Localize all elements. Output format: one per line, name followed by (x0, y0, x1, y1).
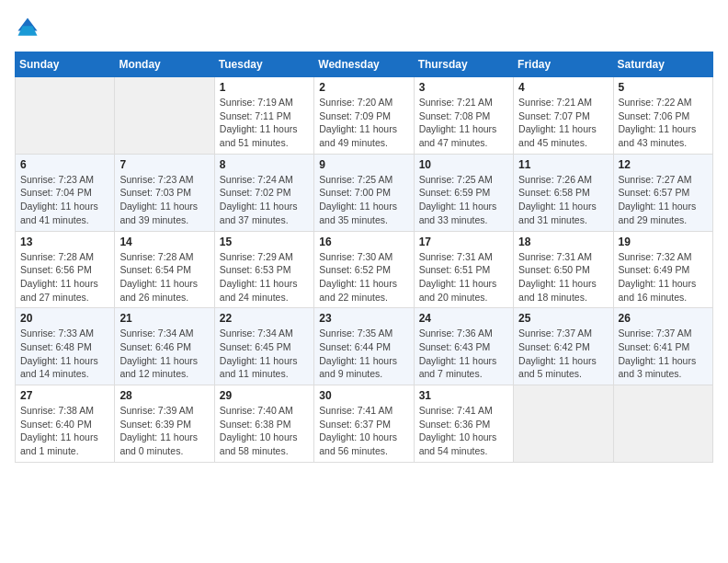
day-number: 27 (20, 389, 109, 402)
day-info: Sunrise: 7:28 AMSunset: 6:54 PMDaylight:… (119, 250, 209, 304)
day-info: Sunrise: 7:23 AMSunset: 7:03 PMDaylight:… (119, 173, 209, 227)
calendar-cell: 21Sunrise: 7:34 AMSunset: 6:46 PMDayligh… (115, 308, 214, 385)
day-number: 28 (119, 389, 209, 402)
day-info: Sunrise: 7:26 AMSunset: 6:58 PMDaylight:… (518, 173, 608, 227)
day-number: 9 (319, 158, 408, 171)
calendar-cell: 23Sunrise: 7:35 AMSunset: 6:44 PMDayligh… (314, 308, 414, 385)
day-info: Sunrise: 7:32 AMSunset: 6:49 PMDaylight:… (619, 250, 708, 304)
calendar-cell: 18Sunrise: 7:31 AMSunset: 6:50 PMDayligh… (514, 231, 613, 308)
day-number: 16 (319, 236, 408, 248)
calendar-cell: 24Sunrise: 7:36 AMSunset: 6:43 PMDayligh… (414, 308, 513, 385)
day-info: Sunrise: 7:20 AMSunset: 7:09 PMDaylight:… (319, 96, 408, 150)
day-info: Sunrise: 7:37 AMSunset: 6:41 PMDaylight:… (619, 327, 708, 381)
calendar-cell: 15Sunrise: 7:29 AMSunset: 6:53 PMDayligh… (214, 231, 313, 308)
day-number: 18 (518, 236, 608, 248)
day-info: Sunrise: 7:34 AMSunset: 6:45 PMDaylight:… (220, 327, 309, 381)
day-info: Sunrise: 7:38 AMSunset: 6:40 PMDaylight:… (20, 404, 109, 458)
calendar-cell: 3Sunrise: 7:21 AMSunset: 7:08 PMDaylight… (414, 77, 513, 155)
calendar-cell (514, 385, 613, 463)
calendar-week-1: 1Sunrise: 7:19 AMSunset: 7:11 PMDaylight… (16, 77, 713, 155)
calendar-table: SundayMondayTuesdayWednesdayThursdayFrid… (15, 52, 713, 463)
day-info: Sunrise: 7:30 AMSunset: 6:52 PMDaylight:… (319, 250, 408, 304)
day-number: 31 (419, 389, 508, 402)
col-header-monday: Monday (115, 52, 214, 77)
calendar-cell: 19Sunrise: 7:32 AMSunset: 6:49 PMDayligh… (613, 231, 712, 308)
day-number: 1 (220, 81, 309, 94)
day-number: 20 (20, 312, 109, 325)
day-info: Sunrise: 7:25 AMSunset: 6:59 PMDaylight:… (419, 173, 508, 227)
calendar-week-4: 20Sunrise: 7:33 AMSunset: 6:48 PMDayligh… (16, 308, 713, 385)
day-number: 21 (119, 312, 209, 325)
calendar-week-5: 27Sunrise: 7:38 AMSunset: 6:40 PMDayligh… (16, 385, 713, 463)
day-number: 24 (419, 312, 508, 325)
day-number: 8 (220, 158, 309, 171)
day-info: Sunrise: 7:37 AMSunset: 6:42 PMDaylight:… (518, 327, 608, 381)
calendar-cell: 31Sunrise: 7:41 AMSunset: 6:36 PMDayligh… (414, 385, 513, 463)
day-info: Sunrise: 7:21 AMSunset: 7:07 PMDaylight:… (518, 96, 608, 150)
day-number: 11 (518, 158, 608, 171)
calendar-cell: 14Sunrise: 7:28 AMSunset: 6:54 PMDayligh… (115, 231, 214, 308)
calendar-week-2: 6Sunrise: 7:23 AMSunset: 7:04 PMDaylight… (16, 154, 713, 231)
col-header-saturday: Saturday (613, 52, 712, 77)
day-number: 19 (619, 236, 708, 248)
day-info: Sunrise: 7:34 AMSunset: 6:46 PMDaylight:… (119, 327, 209, 381)
day-number: 13 (20, 236, 109, 248)
logo (15, 15, 44, 40)
col-header-friday: Friday (514, 52, 613, 77)
calendar-cell: 8Sunrise: 7:24 AMSunset: 7:02 PMDaylight… (214, 154, 313, 231)
day-number: 26 (619, 312, 708, 325)
day-number: 15 (220, 236, 309, 248)
day-number: 30 (319, 389, 408, 402)
day-number: 10 (419, 158, 508, 171)
calendar-cell: 1Sunrise: 7:19 AMSunset: 7:11 PMDaylight… (214, 77, 313, 155)
calendar-cell (115, 77, 214, 155)
calendar-cell: 2Sunrise: 7:20 AMSunset: 7:09 PMDaylight… (314, 77, 414, 155)
calendar-cell: 17Sunrise: 7:31 AMSunset: 6:51 PMDayligh… (414, 231, 513, 308)
day-number: 5 (619, 81, 708, 94)
day-info: Sunrise: 7:33 AMSunset: 6:48 PMDaylight:… (20, 327, 109, 381)
day-number: 17 (419, 236, 508, 248)
day-info: Sunrise: 7:35 AMSunset: 6:44 PMDaylight:… (319, 327, 408, 381)
day-info: Sunrise: 7:24 AMSunset: 7:02 PMDaylight:… (220, 173, 309, 227)
day-info: Sunrise: 7:40 AMSunset: 6:38 PMDaylight:… (220, 404, 309, 458)
day-info: Sunrise: 7:25 AMSunset: 7:00 PMDaylight:… (319, 173, 408, 227)
day-number: 4 (518, 81, 608, 94)
day-info: Sunrise: 7:27 AMSunset: 6:57 PMDaylight:… (619, 173, 708, 227)
day-info: Sunrise: 7:28 AMSunset: 6:56 PMDaylight:… (20, 250, 109, 304)
day-info: Sunrise: 7:41 AMSunset: 6:36 PMDaylight:… (419, 404, 508, 458)
day-info: Sunrise: 7:31 AMSunset: 6:50 PMDaylight:… (518, 250, 608, 304)
calendar-cell: 27Sunrise: 7:38 AMSunset: 6:40 PMDayligh… (16, 385, 115, 463)
day-info: Sunrise: 7:29 AMSunset: 6:53 PMDaylight:… (220, 250, 309, 304)
day-info: Sunrise: 7:36 AMSunset: 6:43 PMDaylight:… (419, 327, 508, 381)
day-number: 7 (119, 158, 209, 171)
calendar-cell: 6Sunrise: 7:23 AMSunset: 7:04 PMDaylight… (16, 154, 115, 231)
day-number: 12 (619, 158, 708, 171)
day-number: 22 (220, 312, 309, 325)
calendar-cell: 12Sunrise: 7:27 AMSunset: 6:57 PMDayligh… (613, 154, 712, 231)
calendar-cell: 10Sunrise: 7:25 AMSunset: 6:59 PMDayligh… (414, 154, 513, 231)
calendar-cell: 30Sunrise: 7:41 AMSunset: 6:37 PMDayligh… (314, 385, 414, 463)
col-header-wednesday: Wednesday (314, 52, 414, 77)
calendar-cell (16, 77, 115, 155)
calendar-cell (613, 385, 712, 463)
calendar-cell: 26Sunrise: 7:37 AMSunset: 6:41 PMDayligh… (613, 308, 712, 385)
calendar-cell: 25Sunrise: 7:37 AMSunset: 6:42 PMDayligh… (514, 308, 613, 385)
day-number: 29 (220, 389, 309, 402)
page-header (15, 15, 713, 40)
day-number: 14 (119, 236, 209, 248)
col-header-sunday: Sunday (16, 52, 115, 77)
day-number: 6 (20, 158, 109, 171)
calendar-cell: 29Sunrise: 7:40 AMSunset: 6:38 PMDayligh… (214, 385, 313, 463)
day-number: 25 (518, 312, 608, 325)
calendar-cell: 7Sunrise: 7:23 AMSunset: 7:03 PMDaylight… (115, 154, 214, 231)
col-header-thursday: Thursday (414, 52, 513, 77)
day-info: Sunrise: 7:31 AMSunset: 6:51 PMDaylight:… (419, 250, 508, 304)
day-number: 2 (319, 81, 408, 94)
day-info: Sunrise: 7:21 AMSunset: 7:08 PMDaylight:… (419, 96, 508, 150)
calendar-cell: 28Sunrise: 7:39 AMSunset: 6:39 PMDayligh… (115, 385, 214, 463)
day-info: Sunrise: 7:22 AMSunset: 7:06 PMDaylight:… (619, 96, 708, 150)
calendar-header-row: SundayMondayTuesdayWednesdayThursdayFrid… (16, 52, 713, 77)
day-info: Sunrise: 7:41 AMSunset: 6:37 PMDaylight:… (319, 404, 408, 458)
day-number: 3 (419, 81, 508, 94)
calendar-cell: 11Sunrise: 7:26 AMSunset: 6:58 PMDayligh… (514, 154, 613, 231)
